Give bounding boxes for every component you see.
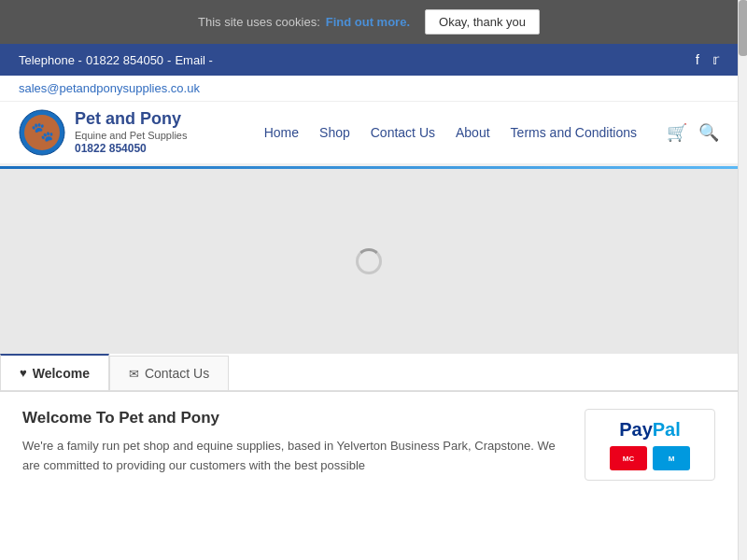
mail-icon: ✉ [129, 367, 139, 381]
paypal-logo: PayPal [595, 419, 705, 441]
logo-sub: Equine and Pet Supplies [75, 130, 187, 142]
nav-icons: 🛒 🔍 [667, 122, 719, 143]
cookie-accept-button[interactable]: Okay, thank you [425, 9, 540, 35]
welcome-title: Welcome To Pet and Pony [22, 409, 566, 427]
email-label: Email - [175, 53, 212, 67]
cart-button[interactable]: 🛒 [667, 122, 687, 143]
logo-text: Pet and Pony Equine and Pet Supplies 018… [75, 109, 187, 155]
content-left: Welcome To Pet and Pony We're a family r… [22, 409, 566, 481]
hero-slider [0, 169, 738, 354]
logo-icon: 🐾 [19, 109, 65, 156]
paypal-box: PayPal MC M [585, 409, 715, 481]
main-nav: Home Shop Contact Us About Terms and Con… [264, 122, 719, 143]
cookie-link[interactable]: Find out more. [326, 15, 410, 29]
nav-item-about[interactable]: About [456, 125, 490, 140]
twitter-icon[interactable]: 𝕣 [712, 51, 719, 68]
social-links: f 𝕣 [696, 51, 719, 68]
content-right: PayPal MC M [585, 409, 715, 481]
facebook-icon[interactable]: f [696, 51, 699, 68]
welcome-text: We're a family run pet shop and equine s… [22, 437, 566, 476]
top-bar: Telephone - 01822 854050 - Email - f 𝕣 [0, 44, 738, 76]
header: 🐾 Pet and Pony Equine and Pet Supplies 0… [0, 102, 738, 166]
svg-text:🐾: 🐾 [31, 120, 54, 143]
content-area: Welcome To Pet and Pony We're a family r… [0, 392, 738, 497]
logo-phone: 01822 854050 [75, 142, 187, 155]
loading-spinner [356, 248, 382, 274]
tab-contact-label: Contact Us [145, 366, 209, 381]
logo-area: 🐾 Pet and Pony Equine and Pet Supplies 0… [19, 109, 196, 156]
phone-number: 01822 854050 [86, 53, 163, 67]
tabs-bar: ♥ Welcome ✉ Contact Us [0, 354, 738, 392]
cookie-message: This site uses cookies: [198, 15, 320, 29]
nav-item-shop[interactable]: Shop [319, 125, 350, 140]
spinner-circle [356, 248, 382, 274]
cookie-bar: This site uses cookies: Find out more. O… [0, 0, 738, 44]
email-bar: sales@petandponysupplies.co.uk [0, 76, 738, 102]
search-button[interactable]: 🔍 [698, 122, 719, 143]
maestro-icon: M [653, 446, 690, 470]
tab-welcome-label: Welcome [33, 366, 90, 381]
email-link[interactable]: sales@petandponysupplies.co.uk [19, 81, 200, 95]
scrollbar[interactable] [738, 0, 747, 560]
nav-item-home[interactable]: Home [264, 125, 299, 140]
top-bar-contact: Telephone - 01822 854050 - Email - [19, 53, 213, 67]
nav-item-contact[interactable]: Contact Us [371, 125, 435, 140]
logo-name: Pet and Pony [75, 109, 187, 130]
tab-welcome[interactable]: ♥ Welcome [0, 354, 109, 390]
telephone-label: Telephone - [19, 53, 82, 67]
heart-icon: ♥ [20, 366, 27, 380]
tab-contact[interactable]: ✉ Contact Us [109, 356, 229, 390]
card-icons: MC M [595, 446, 705, 470]
nav-item-terms[interactable]: Terms and Conditions [511, 125, 637, 140]
mastercard-icon: MC [610, 446, 647, 470]
separator: - [167, 53, 171, 67]
scrollbar-thumb[interactable] [739, 0, 747, 56]
